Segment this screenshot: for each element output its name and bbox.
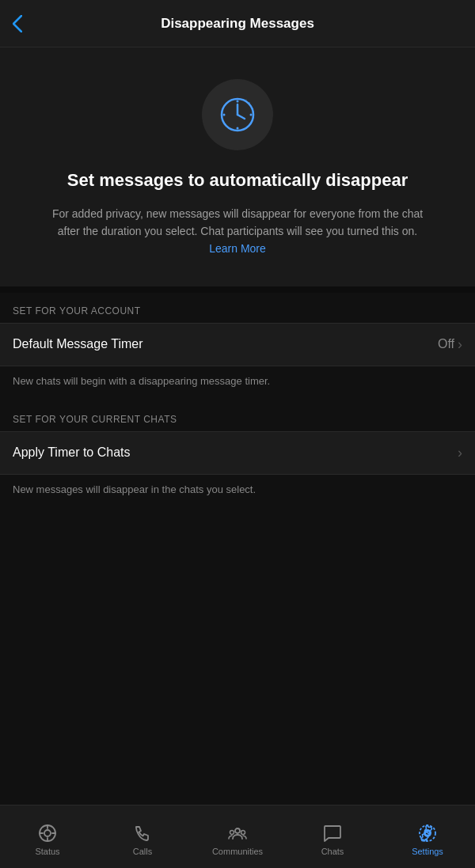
account-section-label: SET FOR YOUR ACCOUNT (0, 293, 475, 323)
calls-nav-label: Calls (133, 847, 152, 856)
status-icon (37, 823, 58, 843)
communities-icon (227, 823, 248, 843)
apply-timer-chevron-icon: › (458, 445, 462, 461)
nav-item-settings[interactable]: Settings (380, 805, 475, 868)
svg-point-11 (44, 830, 51, 836)
svg-point-5 (237, 127, 239, 130)
svg-point-9 (245, 99, 247, 100)
default-message-timer-desc: New chats will begin with a disappearing… (0, 366, 475, 401)
svg-point-7 (252, 108, 253, 110)
svg-point-8 (249, 102, 250, 104)
current-chats-section: SET FOR YOUR CURRENT CHATS Apply Timer t… (0, 401, 475, 510)
default-message-timer-label: Default Message Timer (13, 337, 143, 351)
hero-section: Set messages to automatically disappear … (0, 47, 475, 293)
hero-icon-container (202, 79, 273, 150)
chevron-right-icon: › (458, 336, 462, 353)
default-message-timer-item[interactable]: Default Message Timer Off › (0, 323, 475, 366)
status-nav-label: Status (35, 847, 59, 856)
nav-item-status[interactable]: Status (0, 805, 95, 868)
nav-item-calls[interactable]: Calls (95, 805, 190, 868)
chats-icon (322, 823, 343, 843)
account-section: SET FOR YOUR ACCOUNT Default Message Tim… (0, 293, 475, 401)
hero-title: Set messages to automatically disappear (67, 169, 408, 192)
bottom-navigation: Status Calls Communities Chats (0, 805, 475, 868)
disappearing-messages-icon (218, 95, 257, 135)
apply-timer-item[interactable]: Apply Timer to Chats › (0, 431, 475, 475)
communities-nav-label: Communities (212, 847, 263, 856)
svg-point-17 (230, 830, 234, 834)
chats-nav-label: Chats (321, 847, 344, 856)
apply-timer-right: › (458, 445, 462, 461)
learn-more-link[interactable]: Learn More (209, 242, 266, 255)
settings-nav-label: Settings (412, 847, 443, 856)
svg-point-4 (250, 114, 253, 116)
hero-description: For added privacy, new messages will dis… (48, 205, 428, 258)
svg-point-6 (223, 114, 226, 116)
svg-point-16 (235, 828, 240, 833)
back-button[interactable] (13, 15, 44, 32)
header: Disappearing Messages (0, 0, 475, 47)
nav-item-chats[interactable]: Chats (285, 805, 380, 868)
nav-item-communities[interactable]: Communities (190, 805, 285, 868)
calls-icon (132, 823, 153, 843)
current-chats-section-label: SET FOR YOUR CURRENT CHATS (0, 401, 475, 431)
svg-point-18 (241, 830, 245, 834)
svg-line-2 (238, 115, 245, 119)
settings-icon (417, 823, 438, 843)
apply-timer-desc: New messages will disappear in the chats… (0, 475, 475, 510)
svg-point-3 (237, 100, 239, 103)
default-message-timer-value: Off (438, 337, 454, 351)
page-title: Disappearing Messages (44, 16, 431, 32)
apply-timer-label: Apply Timer to Chats (13, 445, 131, 460)
default-message-timer-right: Off › (438, 336, 462, 353)
